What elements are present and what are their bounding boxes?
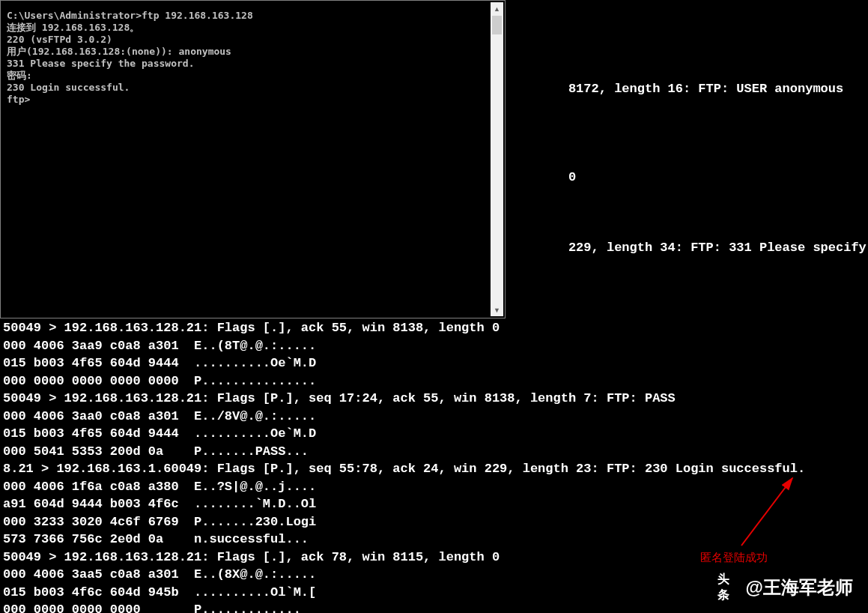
toutiao-icon: 头条 xyxy=(717,576,740,599)
vertical-scrollbar[interactable]: ▲ ▼ xyxy=(491,2,503,316)
scroll-up-button[interactable]: ▲ xyxy=(491,2,503,15)
annotation-label: 匿名登陆成功 xyxy=(700,551,768,565)
watermark: 头条 @王海军老师 xyxy=(717,576,853,600)
scrollbar-thumb[interactable] xyxy=(492,16,502,34)
cmd-output: C:\Users\Administrator>ftp 192.168.163.1… xyxy=(7,10,490,309)
scroll-down-button[interactable]: ▼ xyxy=(491,304,503,316)
tcpdump-output-lines: 50049 > 192.168.163.128.21: Flags [.], a… xyxy=(3,319,805,613)
cmd-window[interactable]: C:\Users\Administrator>ftp 192.168.163.1… xyxy=(0,0,506,318)
author-handle: @王海军老师 xyxy=(746,576,853,600)
